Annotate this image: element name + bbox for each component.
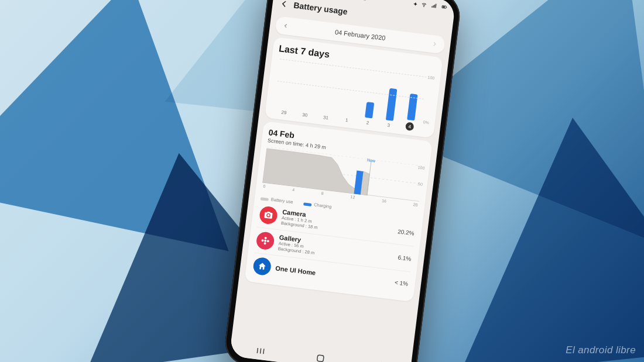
hour-tick: 8 [321,191,324,195]
svg-point-11 [261,239,263,242]
svg-point-8 [264,240,266,242]
bar [323,112,330,113]
wifi-icon [421,2,429,9]
day-label: 4 [405,122,415,132]
svg-rect-2 [443,6,445,8]
app-percent: 20.2% [398,228,415,236]
hour-tick: 0 [263,184,266,188]
back-button[interactable] [276,0,292,12]
nav-back-button[interactable] [374,359,387,362]
phone-screen: 16:44 ⓕ ✦ [229,0,456,362]
svg-point-12 [267,240,269,242]
day-label: 30 [302,112,308,118]
day-bar-1[interactable]: 1 [336,114,358,124]
home-button[interactable] [314,352,327,362]
date-next-button[interactable] [429,38,440,50]
date-prev-button[interactable] [280,20,292,32]
hour-tick: 12 [350,195,355,199]
hour-tick: 20 [413,202,418,207]
camera-icon [259,206,278,225]
day-bar-2[interactable]: 2 [357,101,381,126]
battery-icon [440,4,448,11]
home-icon [252,256,272,275]
svg-point-10 [263,242,266,244]
bar [365,102,374,119]
day-y-50: 50 [418,182,423,187]
svg-point-9 [264,237,266,239]
bar [281,107,289,108]
app-percent: 6.1% [398,254,412,262]
svg-rect-16 [317,355,324,362]
page-title: Battery usage [293,1,348,16]
bar [302,110,309,111]
svg-line-14 [260,349,261,354]
day-bar-30[interactable]: 30 [294,109,316,119]
watermark-text: El android libre [566,344,636,356]
day-label: 3 [387,123,390,128]
signal-icon [431,3,439,10]
app-name: One UI Home [275,264,395,286]
selected-date: 04 February 2020 [334,29,386,42]
day-y-100: 100 [417,166,424,170]
android-nav-bar [229,339,412,362]
bar [385,88,397,121]
svg-line-13 [257,348,258,353]
photo-background: El android libre 16:44 ⓕ ✦ [0,0,644,362]
day-bar-31[interactable]: 31 [315,112,337,122]
bar [344,115,351,116]
app-percent: < 1% [394,279,408,287]
day-label: 31 [323,115,329,120]
last7days-card: Last 7 days 100 0% 2930311234 [265,37,443,138]
day-label: 2 [366,120,369,125]
hour-tick: 4 [292,188,295,192]
y-axis-100: 100 [427,75,434,80]
day-detail-card: 04 Feb Screen on time: 4 h 29 m Now 100 … [244,121,432,302]
day-bar-29[interactable]: 29 [273,106,295,116]
y-axis-0: 0% [423,120,429,125]
hour-tick: 16 [382,198,387,203]
vibrate-icon: ✦ [412,1,417,8]
recents-button[interactable] [254,344,267,357]
svg-line-15 [263,349,263,354]
status-icons: ✦ [410,0,448,12]
day-label: 1 [345,118,349,123]
day-label: 29 [281,109,287,115]
flower-icon [255,231,275,250]
